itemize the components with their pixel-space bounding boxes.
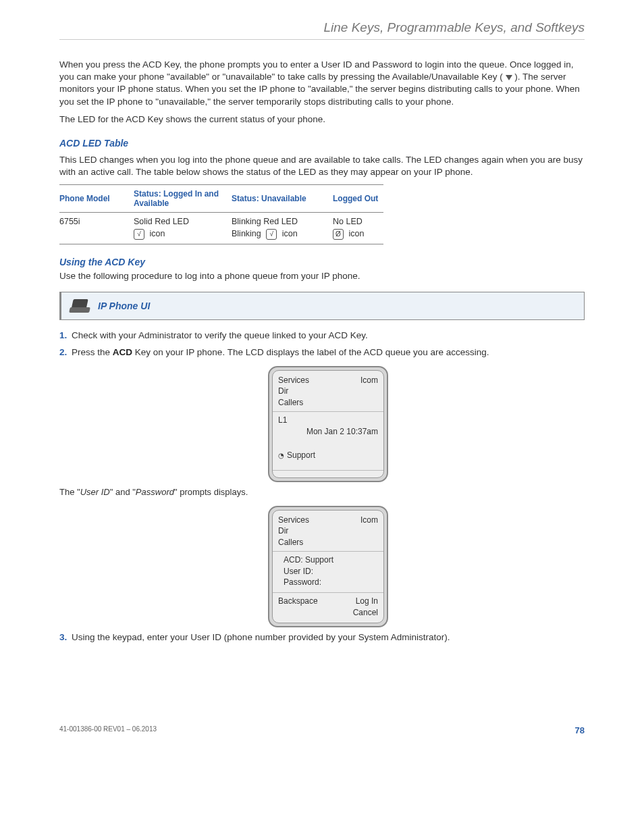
footer-page: 78 [575, 725, 585, 735]
slash-icon: Ø [333, 229, 344, 240]
cap-a: The " [59, 487, 80, 497]
cell-unavailable-1: Blinking Red LED [232, 217, 326, 226]
th-unavailable: Status: Unavailable [232, 184, 333, 212]
lcd2-login: Log In [356, 596, 378, 607]
lcd1-icom: Icom [360, 375, 378, 386]
acd-led-heading: ACD LED Table [59, 138, 585, 149]
cap-e: " prompts displays. [174, 487, 248, 497]
intro-paragraph-2: The LED for the ACD Key shows the curren… [59, 113, 585, 126]
th-available: Status: Logged In and Available [134, 184, 232, 212]
steps-list: Check with your Administrator to verify … [59, 330, 585, 644]
acd-led-desc: This LED changes when you log into the p… [59, 154, 585, 178]
th-model: Phone Model [59, 184, 134, 212]
lcd1-support-text: Support [287, 450, 315, 460]
intro-p1a: When you press the ACD Key, the phone pr… [59, 59, 573, 82]
lcd-screen-1: Services Icom Dir Callers L1 Mon Jan 2 1… [268, 366, 388, 483]
page-header: Line Keys, Programmable Keys, and Softke… [59, 20, 585, 40]
lcd2-cancel: Cancel [278, 607, 378, 619]
step-2a: Press the [72, 347, 113, 357]
lcd-screen-2: Services Icom Dir Callers ACD: Support U… [268, 506, 388, 627]
lcd1-time: Mon Jan 2 10:37am [278, 426, 378, 438]
th-loggedout: Logged Out [333, 184, 383, 212]
lcd2-uid: User ID: [278, 566, 378, 577]
lcd1-callers: Callers [278, 397, 378, 409]
prompts-caption: The "User ID" and "Password" prompts dis… [59, 486, 585, 498]
cap-d: Password [136, 487, 174, 497]
cell-model: 6755i [59, 212, 134, 244]
cap-b: User ID [80, 487, 110, 497]
step-1: Check with your Administrator to verify … [59, 330, 585, 342]
ip-phone-ui-label: IP Phone UI [98, 301, 150, 311]
lcd1-services: Services [278, 375, 309, 386]
footer-rev: 41-001386-00 REV01 – 06.2013 [59, 725, 157, 735]
lcd2-callers: Callers [278, 537, 378, 548]
using-desc: Use the following procedure to log into … [59, 270, 585, 282]
step-2b: ACD [113, 347, 132, 357]
lcd2-dir: Dir [278, 525, 378, 537]
step-3: Using the keypad, enter your User ID (ph… [59, 631, 585, 644]
intro-paragraph-1: When you press the ACD Key, the phone pr… [59, 59, 585, 108]
cell-available-2: icon [149, 229, 165, 238]
lcd2-backspace: Backspace [278, 596, 318, 607]
cell-available-1: Solid Red LED [134, 217, 225, 226]
step-2c: Key on your IP phone. The LCD displays t… [132, 347, 489, 357]
acd-led-table: Phone Model Status: Logged In and Availa… [59, 184, 383, 244]
using-heading: Using the ACD Key [59, 257, 585, 267]
lcd2-icom: Icom [360, 515, 378, 526]
check-icon: √ [266, 229, 277, 240]
lcd1-dir: Dir [278, 386, 378, 397]
cell-loggedout-2: icon [348, 229, 364, 238]
ip-phone-ui-box: IP Phone UI [59, 292, 585, 320]
page-footer: 41-001386-00 REV01 – 06.2013 78 [59, 725, 585, 735]
step-2: Press the ACD Key on your IP phone. The … [59, 346, 585, 627]
table-row: 6755i Solid Red LED √ icon Blinking Red … [59, 212, 383, 244]
cell-loggedout-1: No LED [333, 217, 383, 226]
lcd2-acd: ACD: Support [278, 554, 378, 566]
cell-loggedout: No LED Ø icon [333, 212, 383, 244]
lcd2-pwd: Password: [278, 577, 378, 588]
cap-c: " and " [110, 487, 136, 497]
cell-unavailable: Blinking Red LED Blinking √ icon [232, 212, 333, 244]
cell-unavailable-2: icon [282, 229, 298, 238]
phone-icon [70, 298, 90, 314]
lcd1-support: Support [278, 450, 378, 461]
lcd1-line: L1 [278, 415, 378, 426]
lcd2-services: Services [278, 515, 309, 526]
down-arrow-icon [506, 75, 512, 80]
cell-available: Solid Red LED √ icon [134, 212, 232, 244]
check-icon: √ [134, 229, 144, 240]
cell-unavailable-pre: Blinking [232, 229, 261, 238]
